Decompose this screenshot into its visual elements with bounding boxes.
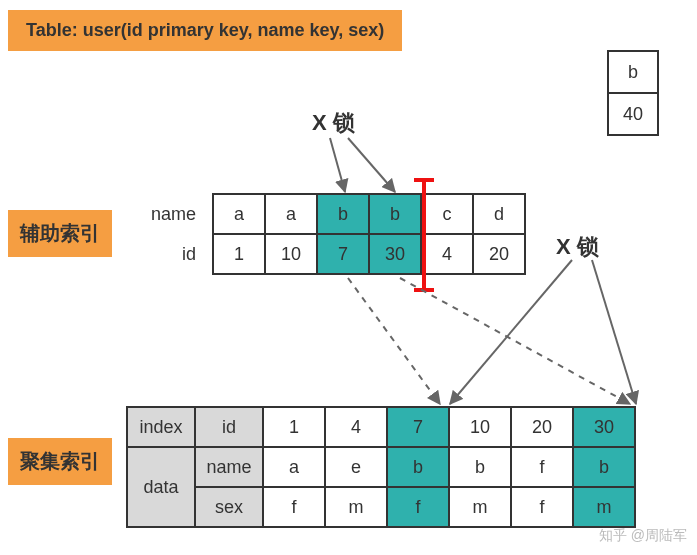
x-lock-label-secondary: X 锁	[312, 108, 355, 138]
insert-value: 40	[608, 93, 658, 135]
cluster-id-cell-locked: 30	[573, 407, 635, 447]
arrow-aux7-to-cluster7	[348, 278, 440, 404]
clustered-index-table: index id 1 4 7 10 20 30 data name a e b …	[126, 406, 636, 528]
cluster-id-header: id	[195, 407, 263, 447]
secondary-index-table: name a a b b c d id 1 10 7 30 4 20	[125, 193, 526, 275]
aux-name-cell-locked: b	[369, 194, 421, 234]
aux-name-cell: a	[265, 194, 317, 234]
cluster-id-cell-locked: 7	[387, 407, 449, 447]
cluster-sex-cell: m	[449, 487, 511, 527]
cluster-sex-cell: f	[511, 487, 573, 527]
aux-name-cell: a	[213, 194, 265, 234]
aux-name-header: name	[125, 194, 213, 234]
cluster-data-label-cell: data	[127, 447, 195, 527]
secondary-index-label: 辅助索引	[8, 210, 112, 257]
cluster-id-cell: 20	[511, 407, 573, 447]
aux-id-cell: 4	[421, 234, 473, 274]
cluster-id-cell: 10	[449, 407, 511, 447]
aux-name-cell-locked: b	[317, 194, 369, 234]
cluster-name-cell-locked: b	[573, 447, 635, 487]
aux-name-cell: d	[473, 194, 525, 234]
aux-id-header: id	[125, 234, 213, 274]
cluster-name-header: name	[195, 447, 263, 487]
aux-name-cell: c	[421, 194, 473, 234]
aux-id-cell-locked: 30	[369, 234, 421, 274]
insert-tuple-box: b 40	[607, 50, 659, 136]
aux-id-cell: 10	[265, 234, 317, 274]
cluster-index-label-cell: index	[127, 407, 195, 447]
arrow-xlock2-to-7	[450, 260, 572, 404]
table-definition-title: Table: user(id primary key, name key, se…	[8, 10, 402, 51]
aux-id-cell: 1	[213, 234, 265, 274]
insert-key: b	[608, 51, 658, 93]
cluster-sex-cell-locked: f	[387, 487, 449, 527]
arrow-xlock1-to-b2	[348, 138, 395, 192]
watermark: 知乎 @周陆军	[599, 527, 687, 545]
cluster-name-cell: e	[325, 447, 387, 487]
cluster-name-cell: b	[449, 447, 511, 487]
arrow-xlock2-to-30	[592, 260, 636, 404]
cluster-sex-header: sex	[195, 487, 263, 527]
cluster-id-cell: 4	[325, 407, 387, 447]
cluster-sex-cell: f	[263, 487, 325, 527]
cluster-name-cell: a	[263, 447, 325, 487]
aux-id-cell: 20	[473, 234, 525, 274]
arrow-aux30-to-cluster30	[400, 278, 630, 404]
cluster-sex-cell-locked: m	[573, 487, 635, 527]
cluster-sex-cell: m	[325, 487, 387, 527]
cluster-id-cell: 1	[263, 407, 325, 447]
clustered-index-label: 聚集索引	[8, 438, 112, 485]
arrow-xlock1-to-b1	[330, 138, 345, 192]
cluster-name-cell-locked: b	[387, 447, 449, 487]
x-lock-label-clustered: X 锁	[556, 232, 599, 262]
cluster-name-cell: f	[511, 447, 573, 487]
aux-id-cell-locked: 7	[317, 234, 369, 274]
